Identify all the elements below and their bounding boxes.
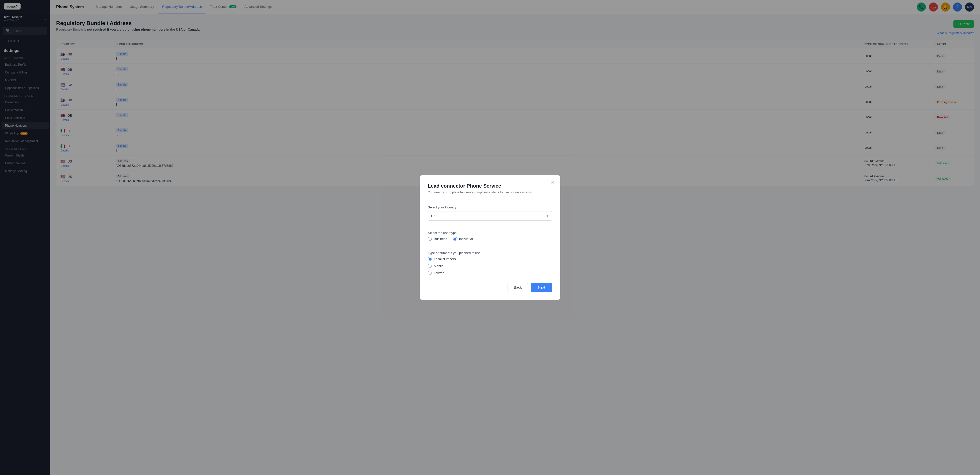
radio-individual-label: Individual xyxy=(459,237,473,241)
number-type-label: Type of numbers you planned to use xyxy=(428,251,552,255)
radio-business-input[interactable] xyxy=(428,237,432,241)
radio-local-input[interactable] xyxy=(428,257,432,261)
radio-business-label: Business xyxy=(434,237,447,241)
checkbox-mobile-label: Mobile xyxy=(434,264,443,268)
checkbox-local[interactable]: Local Numbers xyxy=(428,257,552,261)
modal-close-button[interactable]: ✕ xyxy=(549,179,556,186)
radio-business[interactable]: Business xyxy=(428,237,447,241)
checkbox-tollfree[interactable]: Tollfree xyxy=(428,271,552,275)
next-button[interactable]: Next xyxy=(531,283,552,292)
back-button[interactable]: Back xyxy=(508,283,528,292)
country-select[interactable]: UK US Canada Germany France Italy Spain xyxy=(428,211,552,221)
radio-individual[interactable]: Individual xyxy=(453,237,473,241)
checkbox-mobile[interactable]: Mobile xyxy=(428,264,552,268)
country-select-wrapper: UK US Canada Germany France Italy Spain … xyxy=(428,211,552,221)
user-type-field: Select the user type Business Individual xyxy=(428,231,552,241)
user-type-radio-group: Business Individual xyxy=(428,237,552,241)
modal-subtitle: You need to complete few easy compliance… xyxy=(428,190,552,194)
country-field: Select your Country UK US Canada Germany… xyxy=(428,206,552,221)
checkbox-local-label: Local Numbers xyxy=(434,257,456,261)
radio-tollfree-input[interactable] xyxy=(428,271,432,275)
radio-individual-input[interactable] xyxy=(453,237,457,241)
modal: ✕ Lead connector Phone Service You need … xyxy=(420,175,560,300)
checkbox-tollfree-label: Tollfree xyxy=(434,271,444,275)
modal-footer: Back Next xyxy=(428,283,552,292)
number-type-field: Type of numbers you planned to use Local… xyxy=(428,251,552,275)
modal-title: Lead connector Phone Service xyxy=(428,183,552,189)
number-type-checkbox-group: Local Numbers Mobile Tollfree xyxy=(428,257,552,275)
radio-mobile-input[interactable] xyxy=(428,264,432,268)
modal-overlay[interactable]: ✕ Lead connector Phone Service You need … xyxy=(0,0,980,475)
modal-divider-2 xyxy=(428,226,552,226)
country-label: Select your Country xyxy=(428,206,552,209)
user-type-label: Select the user type xyxy=(428,231,552,235)
